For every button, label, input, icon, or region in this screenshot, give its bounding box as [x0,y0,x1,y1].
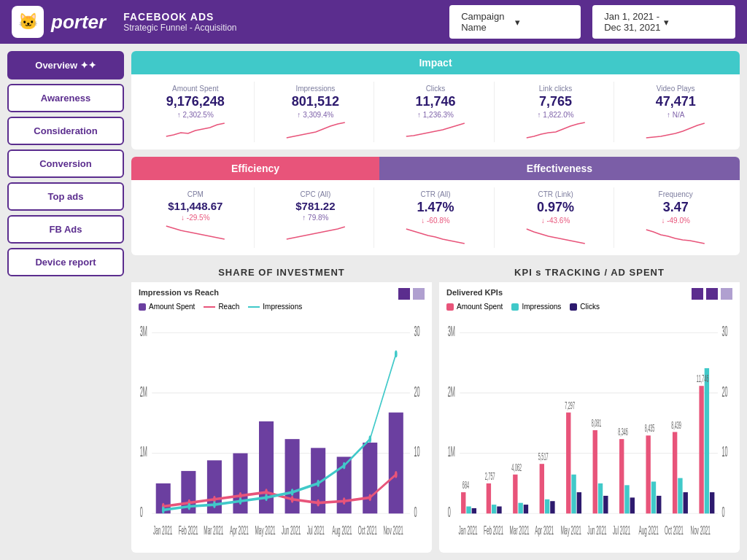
svg-point-33 [187,503,190,510]
link-clicks-value: 7,765 [502,94,610,109]
svg-text:0: 0 [448,505,451,520]
svg-point-31 [395,471,398,478]
sidebar-item-top-ads[interactable]: Top ads [7,182,124,211]
legend-impressions-label: Impressions [263,303,302,311]
soi-chart-svg: 3M 2M 1M 0 30 20 10 0 [139,315,425,545]
chart-btn-1[interactable] [398,288,410,300]
svg-rect-92 [646,435,650,513]
svg-rect-78 [550,501,554,513]
svg-rect-82 [577,492,581,513]
svg-point-27 [291,496,294,503]
svg-text:Jul 2021: Jul 2021 [613,524,630,538]
date-range-label: Jan 1, 2021 - Dec 31, 2021 [604,11,664,33]
impressions-change: ↑ 3,309.4% [262,111,370,119]
svg-point-37 [291,489,294,496]
impressions-value: 801,512 [262,94,370,109]
svg-text:Feb 2021: Feb 2021 [484,524,503,538]
impact-header: Impact [131,51,740,74]
svg-rect-81 [571,475,576,513]
ctr-all-change: ↓ -60.8% [382,217,489,225]
date-dropdown[interactable]: Jan 1, 2021 - Dec 31, 2021 ▾ [592,5,735,39]
kpi-tracking-title: KPI s TRACKING / AD SPENT [439,262,740,282]
impression-reach-subtitle: Impression vs Reach [139,288,219,297]
kpi-legend-amount-dot [446,303,454,311]
svg-text:Mar 2021: Mar 2021 [510,524,530,538]
svg-point-38 [317,480,320,487]
svg-point-41 [395,351,398,358]
svg-text:3M: 3M [448,324,455,339]
kpi-chart-area: 3M 2M 1M 0 30 20 10 0 [446,315,732,545]
legend-reach: Reach [204,303,239,311]
svg-text:2M: 2M [448,384,455,400]
chart-btn-2[interactable] [413,288,425,300]
svg-text:Apr 2021: Apr 2021 [230,524,249,538]
svg-text:Mar 2021: Mar 2021 [204,524,223,538]
svg-text:1M: 1M [140,444,147,459]
impact-panel: Impact Amount Spent 9,176,248 ↑ 2,302.5%… [131,51,740,149]
kpi-legend-impressions: Impressions [511,303,561,311]
impressions-sparkline [262,122,370,139]
svg-point-34 [213,501,216,508]
cpc-sparkline [262,225,370,242]
legend-reach-label: Reach [218,303,239,311]
svg-rect-94 [657,496,661,513]
svg-text:30: 30 [414,324,419,339]
cpc-value: $781.22 [262,200,370,212]
header-title: FACEBOOK ADS Strategic Funnel - Acquisit… [123,11,236,33]
svg-text:8,081: 8,081 [592,417,602,429]
sidebar-item-conversion[interactable]: Conversion [7,149,124,178]
ctr-link-change: ↓ -43.6% [502,217,610,225]
svg-rect-98 [684,492,688,513]
frequency-value: 3.47 [622,200,729,215]
svg-text:0: 0 [140,505,143,520]
share-of-investment-title: SHARE OF INVESTMENT [131,262,432,282]
campaign-dropdown[interactable]: Campaign Name ▾ [449,5,581,39]
ctr-link-label: CTR (Link) [502,190,610,198]
ctr-all-value: 1.47% [382,200,489,215]
sidebar-item-consideration[interactable]: Consideration [7,117,124,145]
sidebar-item-overview[interactable]: Overview ✦✦ [7,51,124,79]
header-title-line2: Strategic Funnel - Acquisition [123,23,236,33]
dual-panel: Efficiency Effectiveness CPM $11,448.67 … [131,157,740,255]
svg-text:Jan 2021: Jan 2021 [153,524,172,538]
svg-text:11,746: 11,746 [697,373,709,384]
svg-rect-84 [593,430,597,513]
header-title-line1: FACEBOOK ADS [123,11,236,23]
sidebar-item-awareness[interactable]: Awareness [7,84,124,112]
kpi-chart-svg: 3M 2M 1M 0 30 20 10 0 [446,315,732,545]
svg-rect-76 [540,464,544,513]
cpm-value: $11,448.67 [142,200,249,212]
amount-spent-change: ↑ 2,302.5% [142,111,249,119]
svg-rect-66 [472,508,476,513]
svg-text:Feb 2021: Feb 2021 [179,524,198,538]
link-clicks-change: ↑ 1,822.0% [502,111,610,119]
svg-point-32 [162,507,165,514]
kpi-chart-btn-1[interactable] [692,288,703,300]
kpi-chart-btn-3[interactable] [721,288,732,300]
svg-text:1M: 1M [448,444,455,459]
kpi-legend-clicks: Clicks [570,303,600,311]
svg-text:Jan 2021: Jan 2021 [458,524,477,538]
clicks-change: ↑ 1,236.3% [382,111,489,119]
campaign-dropdown-label: Campaign Name [461,11,515,33]
kpi-legend: Amount Spent Impressions Clicks [446,303,732,311]
sidebar-item-device-report[interactable]: Device report [7,248,124,276]
ctr-all-sparkline [382,228,489,245]
clicks-label: Clicks [382,85,489,93]
link-clicks-sparkline [502,122,610,139]
svg-rect-64 [461,492,465,513]
dual-metrics-row: CPM $11,448.67 ↓ -29.5% CPC (All) $781.2… [131,180,740,255]
svg-text:7,297: 7,297 [565,400,575,411]
metric-ctr-all: CTR (All) 1.47% ↓ -60.8% [377,187,495,248]
kpi-legend-amount-spent: Amount Spent [446,303,503,311]
sidebar-item-fb-ads[interactable]: FB Ads [7,215,124,244]
sidebar: Overview ✦✦ Awareness Consideration Conv… [7,51,124,553]
video-plays-label: Video Plays [622,85,729,93]
delivered-kpis-subtitle: Delivered KPIs [446,288,503,297]
logo-icon: 🐱 [12,6,44,38]
charts-row: SHARE OF INVESTMENT Impression vs Reach … [131,262,740,553]
kpi-chart-btn-2[interactable] [706,288,718,300]
kpi-legend-amount-label: Amount Spent [457,303,503,311]
svg-rect-77 [545,499,549,513]
svg-text:Jun 2021: Jun 2021 [282,524,301,538]
